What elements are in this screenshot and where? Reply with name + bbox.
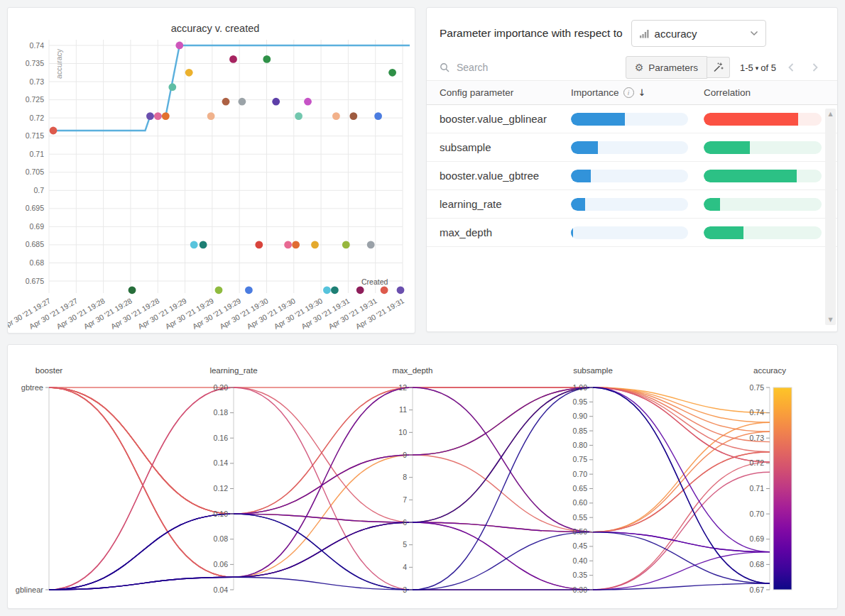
- config-parameter-row[interactable]: max_depth: [427, 219, 837, 247]
- prev-page-button[interactable]: [782, 58, 800, 77]
- run-point[interactable]: [356, 286, 364, 294]
- importance-toolbar: ⚙ Parameters 1-5 ▾ of 5: [427, 55, 837, 80]
- run-point[interactable]: [311, 241, 319, 249]
- run-line[interactable]: [49, 387, 770, 577]
- y-tick-label: 0.72: [30, 114, 45, 122]
- parameter-name: booster.value_gblinear: [440, 113, 571, 125]
- run-point[interactable]: [185, 69, 193, 77]
- config-parameter-row[interactable]: subsample: [427, 133, 837, 162]
- tick-label: 0.70: [750, 510, 765, 518]
- run-point[interactable]: [175, 42, 183, 50]
- run-point[interactable]: [263, 55, 271, 63]
- run-point[interactable]: [397, 286, 405, 294]
- run-line[interactable]: [49, 387, 770, 590]
- axis-title-accuracy: accuracy: [753, 366, 786, 375]
- run-line[interactable]: [49, 387, 770, 577]
- scroll-up-icon[interactable]: ▲: [828, 109, 832, 119]
- correlation-bar: [704, 113, 822, 126]
- run-line[interactable]: [49, 387, 770, 590]
- sort-desc-icon[interactable]: ↓: [638, 87, 646, 98]
- parameter-importance-panel: Parameter importance with respect to acc…: [426, 7, 838, 332]
- pagination-range[interactable]: 1-5: [740, 62, 753, 73]
- run-line[interactable]: [49, 387, 770, 590]
- run-point[interactable]: [222, 98, 230, 106]
- info-icon[interactable]: i: [623, 87, 634, 98]
- importance-table-body: booster.value_gblinearsubsamplebooster.v…: [427, 105, 837, 247]
- run-point[interactable]: [292, 241, 300, 249]
- run-point[interactable]: [200, 241, 207, 249]
- bar-chart-icon: [639, 28, 649, 38]
- run-line[interactable]: [49, 387, 770, 452]
- run-point[interactable]: [304, 98, 312, 106]
- run-point[interactable]: [162, 112, 170, 120]
- magic-wand-button[interactable]: [707, 57, 730, 78]
- tick-label: 0.69: [750, 534, 765, 543]
- parameters-button[interactable]: ⚙ Parameters: [626, 56, 707, 79]
- tick-label: 0.12: [214, 484, 229, 493]
- col-importance-label: Importance: [571, 87, 619, 98]
- run-point[interactable]: [229, 55, 237, 63]
- run-point[interactable]: [50, 127, 58, 135]
- tick-label: 0.30: [573, 585, 588, 594]
- tick-label: 0.67: [750, 585, 765, 594]
- run-point[interactable]: [239, 98, 246, 106]
- importance-header: Parameter importance with respect to acc…: [427, 8, 837, 53]
- run-line[interactable]: [49, 387, 770, 577]
- tick-label: 0.90: [573, 412, 588, 420]
- tick-label: 11: [399, 405, 407, 414]
- run-point[interactable]: [272, 98, 280, 106]
- next-page-button[interactable]: [806, 58, 824, 77]
- run-point[interactable]: [323, 286, 331, 294]
- run-point[interactable]: [255, 241, 263, 249]
- run-point[interactable]: [168, 83, 176, 91]
- run-point[interactable]: [245, 286, 253, 294]
- x-axis-label: Created: [361, 277, 388, 286]
- tick-label: 0.71: [750, 484, 765, 493]
- tick-label: 0.74: [750, 408, 765, 417]
- run-point[interactable]: [331, 286, 339, 294]
- y-tick-label: 0.69: [30, 222, 45, 231]
- y-tick-label: 0.705: [26, 167, 44, 176]
- run-point[interactable]: [381, 286, 388, 294]
- tick-label: 9: [403, 451, 407, 459]
- y-tick-label: 0.68: [30, 258, 45, 267]
- run-point[interactable]: [207, 112, 215, 120]
- run-point[interactable]: [388, 69, 396, 77]
- tick-label: 0.70: [573, 470, 588, 478]
- run-point[interactable]: [146, 112, 154, 120]
- caret-down-icon[interactable]: ▾: [756, 65, 759, 72]
- run-point[interactable]: [295, 112, 302, 120]
- run-point[interactable]: [332, 112, 340, 120]
- scatter-panel: accuracy v. created0.740.7350.730.7250.7…: [7, 7, 415, 334]
- run-line[interactable]: [49, 387, 770, 590]
- config-parameter-row[interactable]: booster.value_gbtree: [427, 162, 837, 190]
- axis-title-learning_rate: learning_rate: [209, 366, 257, 375]
- run-point[interactable]: [215, 286, 223, 294]
- table-scrollbar[interactable]: ▲ ▼: [825, 109, 836, 325]
- run-point[interactable]: [284, 241, 292, 249]
- search-input[interactable]: [455, 61, 543, 74]
- col-correlation: Correlation: [704, 87, 837, 98]
- run-line[interactable]: [49, 387, 770, 590]
- run-point[interactable]: [154, 112, 162, 120]
- config-parameter-row[interactable]: learning_rate: [427, 190, 837, 219]
- config-parameter-row[interactable]: booster.value_gblinear: [427, 105, 837, 133]
- run-point[interactable]: [190, 241, 198, 249]
- metric-dropdown[interactable]: accuracy: [631, 20, 766, 47]
- run-line[interactable]: [49, 387, 770, 577]
- run-line[interactable]: [49, 387, 770, 590]
- axis-title-max_depth: max_depth: [393, 366, 433, 375]
- run-point[interactable]: [367, 241, 375, 249]
- scroll-down-icon[interactable]: ▼: [828, 314, 832, 325]
- parallel-coordinates-chart[interactable]: boosterlearning_ratemax_depthsubsampleac…: [8, 345, 837, 608]
- tick-label: 0.08: [214, 534, 229, 543]
- pagination-total: of 5: [760, 62, 776, 73]
- run-point[interactable]: [342, 241, 350, 249]
- tick-label: 0.50: [573, 527, 588, 536]
- run-point[interactable]: [349, 112, 357, 120]
- scatter-chart[interactable]: accuracy v. created0.740.7350.730.7250.7…: [8, 8, 415, 331]
- importance-bar: [571, 226, 688, 239]
- search-box[interactable]: [440, 61, 626, 74]
- run-point[interactable]: [129, 286, 136, 294]
- run-point[interactable]: [374, 112, 382, 120]
